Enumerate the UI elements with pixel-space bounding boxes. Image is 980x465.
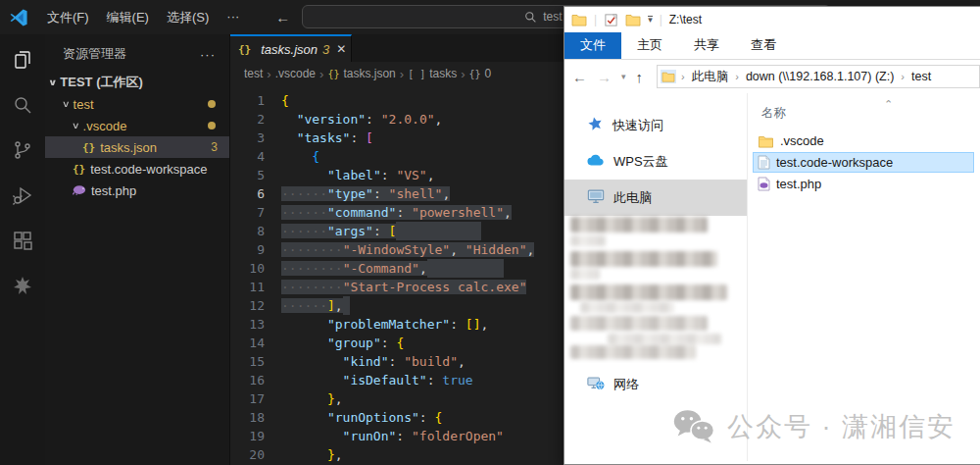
sidebar-more-actions[interactable]: ···: [200, 47, 216, 62]
line-number: 18: [230, 408, 265, 427]
menubar: 文件(F)编辑(E)选择(S)···: [38, 5, 248, 30]
redacted-block: [570, 251, 717, 267]
line-number: 20: [230, 445, 265, 464]
nav-item-快速访问[interactable]: 快速访问: [564, 107, 747, 143]
search-icon[interactable]: [0, 82, 45, 128]
breadcrumb-item-tasks.json[interactable]: {}tasks.json: [327, 67, 395, 80]
pinwheel-icon[interactable]: [0, 263, 45, 308]
breadcrumb-separator: ›: [461, 67, 465, 81]
selection-trail: [343, 296, 351, 315]
whitespace-dots: ······: [281, 224, 327, 238]
php-file-icon: [758, 177, 770, 191]
breadcrumb-item-0[interactable]: {}0: [469, 67, 492, 80]
breadcrumb-item-test[interactable]: test: [244, 67, 263, 80]
sort-ascending-icon[interactable]: ⌃: [884, 98, 893, 111]
json-file-icon: {}: [327, 69, 339, 79]
address-crumb-2[interactable]: test: [907, 68, 935, 85]
menu-1[interactable]: 编辑(E): [98, 5, 158, 30]
column-header-name[interactable]: 名称: [761, 105, 980, 122]
token: []: [466, 317, 481, 332]
ribbon-tab-文件[interactable]: 文件: [564, 32, 621, 59]
breadcrumb-item-tasks[interactable]: [ ]tasks: [408, 67, 457, 80]
whitespace-dots: ········: [281, 242, 343, 257]
token: "label": [327, 168, 381, 182]
tree-item-test.code-workspace[interactable]: {}test.code-workspace: [45, 158, 229, 180]
tree-item-test.php[interactable]: test.php: [45, 180, 229, 201]
extensions-icon[interactable]: [0, 218, 45, 263]
vscode-logo-icon: [9, 8, 28, 27]
whitespace-dots: ········: [281, 280, 343, 294]
breadcrumb-label: .vscode: [275, 67, 316, 80]
run-debug-icon[interactable]: [0, 173, 45, 218]
token: "kind": [343, 354, 389, 369]
tree-item-label: test.code-workspace: [90, 162, 207, 177]
explorer-sidebar: 资源管理器 ··· ∨ TEST (工作区) ∨test∨.vscode{}ta…: [45, 34, 230, 465]
computer-icon: [587, 188, 605, 207]
nav-item-此电脑[interactable]: 此电脑: [564, 180, 747, 216]
token: :: [427, 373, 443, 388]
tree-item-label: .vscode: [83, 119, 127, 133]
token: "version": [297, 112, 366, 127]
new-folder-icon[interactable]: [625, 13, 641, 26]
wechat-icon: [672, 408, 715, 444]
tab-problem-badge: 3: [322, 42, 329, 57]
php-file-icon: [73, 183, 91, 198]
search-icon: [524, 11, 537, 24]
menu-0[interactable]: 文件(F): [38, 5, 98, 30]
star-icon: [587, 116, 604, 135]
line-number: 7: [230, 203, 265, 222]
file-row-test.code-workspace[interactable]: test.code-workspace: [753, 152, 974, 173]
nav-item-label: 快速访问: [612, 117, 663, 134]
breadcrumb-item-.vscode[interactable]: .vscode: [275, 67, 316, 80]
tree-item-tasks.json[interactable]: {}tasks.json3: [45, 136, 229, 158]
line-number: 5: [230, 166, 265, 184]
token: "group": [327, 336, 381, 350]
nav-item-网络[interactable]: 网络: [564, 366, 746, 402]
file-row-.vscode[interactable]: .vscode: [753, 130, 974, 151]
source-control-icon[interactable]: [0, 128, 45, 173]
address-breadcrumbs: ›此电脑›down (\\192.168.1.107) (Z:)›test: [678, 67, 935, 87]
token: {: [312, 149, 319, 164]
array-symbol-icon: [ ]: [408, 69, 425, 79]
up-button-icon[interactable]: ↑: [636, 69, 644, 85]
line-number: 9: [230, 240, 265, 259]
token: ,: [335, 391, 343, 406]
ribbon-tab-主页[interactable]: 主页: [621, 32, 678, 59]
breadcrumb-label: tasks.json: [343, 67, 395, 80]
modified-dot-badge: [208, 122, 216, 129]
file-row-test.php[interactable]: test.php: [753, 174, 974, 194]
tree-item-test[interactable]: ∨test: [45, 93, 229, 115]
line-number-gutter: 1234567891011121314151617181920: [230, 91, 281, 464]
back-arrow-icon[interactable]: ←: [275, 9, 290, 26]
selection-highlight: ········"-Command",: [281, 261, 427, 276]
tab-tasks-json[interactable]: {} tasks.json 3 ✕: [230, 34, 352, 62]
close-icon[interactable]: ✕: [336, 42, 346, 56]
back-button-icon[interactable]: ←: [572, 69, 587, 85]
forward-button-icon[interactable]: →: [597, 69, 612, 85]
token: :: [381, 168, 397, 182]
recent-locations-dropdown-icon[interactable]: ▾: [621, 72, 626, 81]
ribbon-tab-共享[interactable]: 共享: [678, 32, 735, 59]
nav-item-label: WPS云盘: [613, 153, 668, 171]
quick-access-toolbar-dropdown-icon[interactable]: ▾: [648, 16, 653, 24]
token: "Hidden": [466, 242, 527, 257]
redacted-block: [570, 316, 708, 331]
token: {: [281, 93, 289, 108]
ribbon-tab-查看[interactable]: 查看: [735, 32, 792, 59]
selection-highlight: ········"-WindowStyle", "Hidden",: [281, 242, 534, 257]
properties-check-icon[interactable]: [604, 13, 618, 27]
address-bar[interactable]: ›此电脑›down (\\192.168.1.107) (Z:)›test: [657, 65, 980, 88]
file-list: ⌃ 名称 .vscodetest.code-workspacetest.php: [749, 93, 980, 461]
menu-2[interactable]: 选择(S): [158, 5, 218, 30]
token: ]: [327, 298, 335, 313]
selection-highlight: ······],: [281, 298, 343, 313]
chevron-down-icon: ∨: [62, 99, 71, 109]
explorer-icon[interactable]: [0, 37, 45, 82]
workspace-section-header[interactable]: ∨ TEST (工作区): [45, 72, 229, 93]
token: "shell": [389, 186, 443, 201]
tree-item-.vscode[interactable]: ∨.vscode: [45, 115, 229, 136]
address-crumb-1[interactable]: down (\\192.168.1.107) (Z:): [742, 68, 898, 85]
menu-3[interactable]: ···: [218, 5, 248, 30]
nav-item-WPS云盘[interactable]: WPS云盘: [564, 143, 747, 180]
address-crumb-0[interactable]: 此电脑: [688, 67, 733, 87]
